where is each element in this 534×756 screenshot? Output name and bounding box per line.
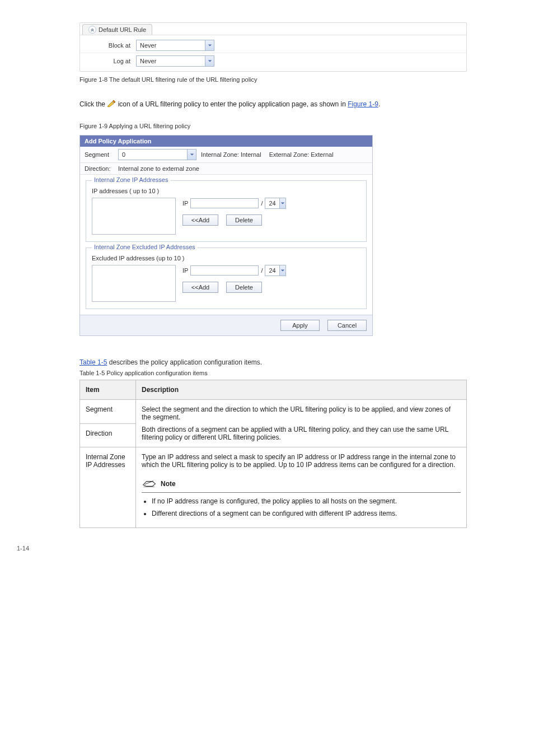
chevron-down-icon [279,198,286,208]
log-at-label: Log at [80,58,136,64]
figure-1-8-caption: Figure 1-8 The default URL filtering rul… [79,76,517,83]
table-1-5-link[interactable]: Table 1-5 [79,358,107,366]
cell-desc: Type an IP address and select a mask to … [136,447,467,528]
internal-zone-excluded-ip-fieldset: Internal Zone Excluded IP Addresses Excl… [86,248,367,309]
figure-1-9-link[interactable]: Figure 1-9 [348,100,378,108]
cell-item: Direction [80,423,136,447]
table-row: Internal Zone IP Addresses Type an IP ad… [80,447,467,528]
note-divider [142,492,461,493]
chevron-down-icon [205,56,214,66]
mask-select[interactable]: 24 [265,198,286,209]
mask-value: 24 [265,200,279,207]
external-zone-text: External Zone: External [269,151,334,158]
excluded-ip-list-label: Excluded IP addresses (up to 10 ) [92,255,360,262]
policy-config-table: Item Description Segment Select the segm… [79,380,467,528]
note-item: Different directions of a segment can be… [152,510,461,517]
note-item: If no IP address range is configured, th… [152,497,461,505]
cell-item: Segment [80,400,136,424]
direction-value: Internal zone to external zone [118,165,199,172]
log-at-select[interactable]: Never [136,55,214,67]
desc-top: Type an IP address and select a mask to … [142,453,461,469]
default-url-rule-tab[interactable]: Default URL Rule [82,24,152,35]
table-intro: Table 1-5 describes the policy applicati… [79,358,517,366]
add-policy-application-panel: Add Policy Application Segment 0 Interna… [79,135,373,336]
slash: / [261,200,263,207]
note-label: Note [161,480,176,488]
table-intro-tail: describes the policy application configu… [107,358,262,366]
chevron-down-icon [279,265,286,276]
step-line: Click the icon of a URL filtering policy… [79,100,517,109]
panel-title: Add Policy Application [80,136,372,147]
chevron-down-icon [187,150,196,160]
segment-row: Segment 0 Internal Zone: Internal Extern… [80,147,372,163]
ip-label: IP [182,200,188,207]
internal-zone-ip-fieldset: Internal Zone IP Addresses IP addresses … [86,180,367,242]
segment-value: 0 [119,151,187,158]
th-description: Description [136,380,467,400]
direction-label: Direction: [85,165,118,172]
fieldset-legend: Internal Zone Excluded IP Addresses [92,244,198,250]
direction-row: Direction: Internal zone to external zon… [80,163,372,175]
step-text-a: Click the [79,100,107,108]
table-1-5-caption: Table 1-5 Policy application configurati… [79,370,517,376]
excluded-ip-list-box[interactable] [92,265,176,302]
excluded-ip-input[interactable] [190,265,259,276]
ip-list-box[interactable] [92,198,176,235]
segment-label: Segment [85,151,118,158]
delete-button[interactable]: Delete [226,282,262,293]
collapse-icon[interactable] [88,26,96,34]
fieldset-legend: Internal Zone IP Addresses [92,176,171,183]
block-at-value: Never [137,42,205,49]
cell-item: Internal Zone IP Addresses [80,447,136,528]
excluded-mask-select[interactable]: 24 [265,265,286,276]
internal-zone-text: Internal Zone: Internal [201,151,261,158]
cell-desc: Select the segment and the direction to … [136,400,467,447]
ip-input[interactable] [190,198,259,208]
default-url-rule-panel: Default URL Rule Block at Never Log at N… [79,22,467,72]
block-at-label: Block at [80,42,136,49]
segment-select[interactable]: 0 [118,149,196,160]
note-hand-icon [142,478,157,490]
apply-button[interactable]: Apply [280,320,320,331]
add-button[interactable]: <<Add [182,282,218,293]
excluded-mask-value: 24 [265,267,279,274]
rule-tab-row: Default URL Rule [80,23,466,35]
slash: / [261,267,263,274]
th-item: Item [80,380,136,400]
desc-p1: Select the segment and the direction to … [142,405,461,421]
step-text-b: icon of a URL filtering policy to enter … [118,100,348,108]
note-list: If no IP address range is configured, th… [152,497,461,517]
delete-button[interactable]: Delete [226,214,262,226]
chevron-down-icon [205,40,214,50]
table-row: Segment Select the segment and the direc… [80,400,467,424]
ip-label: IP [182,267,188,274]
log-at-value: Never [137,58,205,64]
desc-p2: Both directions of a segment can be appl… [142,426,461,441]
rule-tab-label: Default URL Rule [99,26,146,33]
page-number: 1-14 [17,545,517,552]
panel-footer: Apply Cancel [80,315,372,335]
add-button[interactable]: <<Add [182,214,218,226]
ip-list-label: IP addresses ( up to 10 ) [92,188,360,194]
apply-icon [107,100,116,109]
block-at-select[interactable]: Never [136,40,214,51]
figure-1-9-caption: Figure 1-9 Applying a URL filtering poli… [79,123,517,129]
cancel-button[interactable]: Cancel [327,320,367,331]
